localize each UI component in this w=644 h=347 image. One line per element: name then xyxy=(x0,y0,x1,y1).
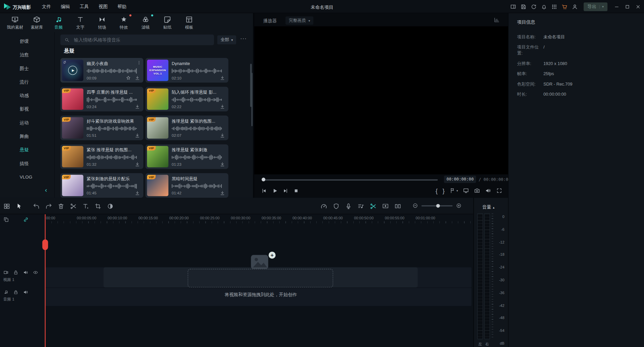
brace-right-button[interactable]: } xyxy=(442,188,444,194)
text-tool-button[interactable] xyxy=(82,203,89,210)
lock-button[interactable] xyxy=(13,289,19,295)
download-button[interactable] xyxy=(135,190,140,196)
card-menu-button[interactable] xyxy=(136,60,142,65)
apps-grid-button[interactable] xyxy=(549,1,560,12)
playhead-handle[interactable] xyxy=(42,239,48,250)
category-item[interactable]: 治愈 xyxy=(0,48,54,62)
download-button[interactable] xyxy=(220,133,225,138)
music-card[interactable]: VIP紧张 推理悬疑 的氛围...01:32 xyxy=(60,144,143,169)
link-button[interactable] xyxy=(23,217,29,222)
fullscreen-button[interactable] xyxy=(496,188,502,194)
tab-stickers[interactable]: 贴纸 xyxy=(156,13,178,32)
play-button[interactable] xyxy=(272,188,278,194)
menu-item[interactable]: 视图 xyxy=(94,3,112,9)
tab-stock[interactable]: 素材库 xyxy=(26,13,48,32)
collapse-sidebar-button[interactable]: ‹ xyxy=(42,186,50,194)
music-card[interactable]: VIP好斗紧张的游戏音响效果01:51 xyxy=(60,116,143,140)
maximize-button[interactable] xyxy=(622,1,633,12)
tab-media[interactable]: 我的素材 xyxy=(4,13,26,32)
trash-button[interactable] xyxy=(58,203,65,210)
music-note-button[interactable] xyxy=(3,289,9,295)
marker-flag-button[interactable]: ▾ xyxy=(450,188,458,194)
quality-dropdown[interactable]: 完整画质 ▾ xyxy=(285,17,313,25)
download-button[interactable] xyxy=(135,75,140,81)
smart-cut-button[interactable] xyxy=(370,203,377,210)
menu-item[interactable]: 帮助 xyxy=(112,3,131,9)
eye-button[interactable] xyxy=(33,270,38,275)
audio-track-button[interactable] xyxy=(357,203,364,210)
download-button[interactable] xyxy=(220,190,225,196)
shield-button[interactable] xyxy=(333,203,340,210)
menu-item[interactable]: 编辑 xyxy=(56,3,75,9)
category-item[interactable]: 动感 xyxy=(0,89,54,102)
speaker-button[interactable] xyxy=(23,270,28,275)
category-item[interactable]: 搞怪 xyxy=(0,157,54,170)
lock-button[interactable] xyxy=(13,270,19,275)
speaker-button[interactable] xyxy=(485,188,491,194)
histogram-button[interactable] xyxy=(494,17,500,23)
save-button[interactable] xyxy=(518,1,529,12)
volume-title[interactable]: 音量▴ xyxy=(482,204,495,210)
tab-effects[interactable]: 特效 xyxy=(113,13,135,32)
speaker-button[interactable] xyxy=(23,289,28,295)
category-item[interactable]: 舞曲 xyxy=(0,130,54,143)
snapshot-button[interactable] xyxy=(474,188,480,194)
scissors-button[interactable] xyxy=(70,203,77,210)
seek-bar[interactable] xyxy=(263,179,438,181)
collapse-tracks-button[interactable] xyxy=(3,217,9,222)
category-item[interactable]: 影视 xyxy=(0,102,54,116)
category-item[interactable]: 运动 xyxy=(0,116,54,129)
playhead[interactable] xyxy=(45,214,45,347)
music-card[interactable]: VIP陷入循环 推理悬疑 影...02:22 xyxy=(145,87,228,112)
music-card[interactable]: VIP推理悬疑 紧张的氛围...02:07 xyxy=(145,116,228,140)
download-button[interactable] xyxy=(135,104,140,109)
music-card[interactable]: VIP紧张刺激的悬疑片配乐01:45 xyxy=(60,173,143,198)
zoom-slider-handle[interactable] xyxy=(436,204,440,208)
display-button[interactable] xyxy=(463,188,469,194)
music-card[interactable]: VIP推理悬疑 紧张刺激01:23 xyxy=(145,144,228,169)
video-cam-button[interactable] xyxy=(3,270,9,275)
download-button[interactable] xyxy=(135,162,140,167)
close-button[interactable] xyxy=(633,1,643,12)
split-button[interactable] xyxy=(394,203,401,210)
gauge-button[interactable] xyxy=(320,203,327,210)
zoom-out-button[interactable] xyxy=(413,203,418,209)
music-card[interactable]: VIP黑暗时间悬疑01:42 xyxy=(145,173,228,198)
track-grid-button[interactable] xyxy=(3,203,10,210)
content-scrollbar[interactable] xyxy=(250,64,252,107)
drop-zone[interactable] xyxy=(188,269,333,287)
download-button[interactable] xyxy=(220,75,225,81)
export-button[interactable]: 导出 ▾ xyxy=(584,2,608,11)
zoom-in-button[interactable] xyxy=(456,203,462,209)
seek-handle[interactable] xyxy=(262,178,265,181)
prev-frame-button[interactable] xyxy=(261,188,267,194)
tab-templates[interactable]: 模板 xyxy=(178,13,200,32)
category-item[interactable]: 爵士 xyxy=(0,62,54,75)
bell-button[interactable] xyxy=(539,1,549,12)
tab-transition[interactable]: 转场 xyxy=(91,13,113,32)
search-input[interactable] xyxy=(73,37,214,43)
stop-button[interactable] xyxy=(293,188,299,194)
redo-button[interactable] xyxy=(45,203,52,210)
download-button[interactable] xyxy=(135,133,140,138)
sync-button[interactable] xyxy=(529,1,539,12)
tab-music[interactable]: 音频 xyxy=(48,13,70,32)
category-item[interactable]: 流行 xyxy=(0,75,54,89)
panel-layout-button[interactable] xyxy=(508,1,518,12)
timeline-ruler[interactable]: 00:0000:00:05:0000:00:10:0000:00:15:0000… xyxy=(45,214,473,223)
favorite-button[interactable] xyxy=(126,75,131,81)
tab-filters[interactable]: 滤镜 xyxy=(135,13,156,32)
next-frame-button[interactable] xyxy=(282,188,289,194)
category-item[interactable]: 悬疑 xyxy=(0,143,54,157)
crop-button[interactable] xyxy=(95,203,102,210)
more-options-button[interactable]: ··· xyxy=(240,35,247,41)
zoom-slider[interactable] xyxy=(421,205,453,207)
tab-text[interactable]: 文字 xyxy=(69,13,91,32)
add-media-icon[interactable]: + xyxy=(269,252,276,259)
cursor-button[interactable] xyxy=(15,203,23,210)
minimize-button[interactable] xyxy=(611,1,622,12)
download-button[interactable] xyxy=(220,104,225,109)
category-item[interactable]: VLOG xyxy=(0,170,54,184)
music-card[interactable]: ▶幽灵小夜曲00:09 xyxy=(60,58,143,83)
filter-dropdown[interactable]: 全部 ▾ xyxy=(217,35,236,44)
